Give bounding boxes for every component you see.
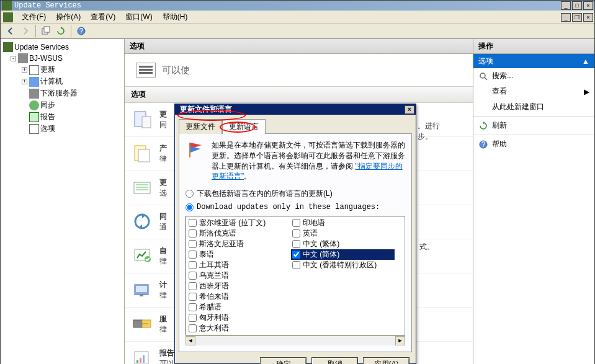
language-item[interactable]: 泰语	[187, 249, 291, 260]
language-checkbox[interactable]	[189, 229, 197, 237]
cancel-button[interactable]: 取消	[311, 357, 358, 364]
option-desc: 同	[159, 120, 167, 129]
action-view[interactable]: 查看 ▶	[473, 84, 594, 99]
scroll-right-button[interactable]: ►	[395, 336, 405, 345]
scroll-left-button[interactable]: ◄	[186, 336, 195, 345]
tab-update-languages[interactable]: 更新语言	[222, 119, 266, 134]
svg-text:?: ?	[79, 27, 84, 35]
back-button[interactable]	[3, 24, 18, 38]
option-desc: 通	[159, 223, 167, 231]
language-item[interactable]: 希伯来语	[187, 291, 291, 302]
forward-button[interactable]	[18, 24, 33, 38]
language-checkbox[interactable]	[292, 240, 300, 248]
menu-help[interactable]: 帮助(H)	[158, 11, 193, 24]
language-item[interactable]: 西班牙语	[187, 281, 291, 291]
language-checkbox[interactable]	[292, 261, 300, 269]
tool-button-1[interactable]	[38, 24, 53, 38]
language-checkbox[interactable]	[292, 219, 300, 227]
radio-selected-languages[interactable]: Download updates only in these languages…	[186, 203, 405, 211]
radio-all-languages[interactable]: 下载包括新语言在内的所有语言的更新(L)	[186, 189, 405, 199]
svg-rect-7	[138, 149, 150, 162]
language-item[interactable]: 乌克兰语	[187, 270, 291, 281]
options-icon	[136, 63, 156, 78]
language-label: 意大利语	[199, 323, 229, 334]
chevron-right-icon: ▶	[584, 87, 589, 96]
language-item[interactable]: 意大利语	[187, 323, 291, 334]
svg-rect-25	[189, 143, 190, 158]
tree-report[interactable]: 报告	[3, 111, 122, 123]
sub-header: 选项	[125, 86, 473, 103]
language-item[interactable]: 塞尔维亚语 (拉丁文)	[187, 218, 291, 228]
menu-window[interactable]: 窗口(W)	[120, 11, 157, 24]
language-item[interactable]: 斯洛文尼亚语	[187, 239, 291, 249]
help-button[interactable]: ?	[74, 24, 89, 38]
tab-update-files[interactable]: 更新文件	[179, 119, 222, 134]
menu-action[interactable]: 操作(A)	[51, 11, 86, 24]
language-checkbox[interactable]	[189, 303, 197, 311]
language-checkbox[interactable]	[189, 251, 197, 259]
option-icon	[132, 143, 152, 163]
language-item[interactable]: 中文 (香港特别行政区)	[291, 260, 395, 270]
language-checkbox[interactable]	[189, 272, 197, 280]
language-checkbox[interactable]	[189, 282, 197, 290]
child-minimize-button[interactable]: _	[561, 13, 571, 22]
child-restore-button[interactable]: ❐	[572, 13, 582, 22]
horizontal-scrollbar[interactable]: ◄ ►	[186, 335, 405, 345]
language-checkbox[interactable]	[189, 314, 197, 322]
language-checkbox[interactable]	[189, 219, 197, 227]
tree-options[interactable]: 选项	[3, 123, 122, 135]
option-desc: 律	[159, 325, 167, 334]
radio-all-input[interactable]	[186, 190, 194, 198]
app-icon	[2, 1, 12, 11]
actions-group-header[interactable]: 选项 ▲	[473, 54, 594, 68]
maximize-button[interactable]: □	[572, 1, 582, 10]
language-item[interactable]: 斯洛伐克语	[187, 228, 291, 239]
close-button[interactable]: ×	[583, 1, 593, 10]
tree-sync[interactable]: 同步	[3, 99, 122, 111]
dialog-info-text: 如果是在本地存储更新文件，可按语言筛选下载到服务器的更新。选择单个语言将会影响可…	[212, 140, 405, 182]
dialog-close-button[interactable]: ×	[405, 105, 414, 114]
option-title: 计	[159, 280, 167, 290]
language-item[interactable]: 英语	[291, 228, 395, 239]
child-close-button[interactable]: ×	[583, 13, 593, 22]
expand-icon[interactable]: +	[22, 79, 27, 84]
language-item[interactable]: 匈牙利语	[187, 313, 291, 323]
language-checkbox[interactable]	[292, 229, 300, 237]
expand-icon[interactable]: +	[22, 67, 27, 73]
language-listbox[interactable]: 塞尔维亚语 (拉丁文)斯洛伐克语斯洛文尼亚语泰语土耳其语乌克兰语西班牙语希伯来语…	[186, 216, 405, 335]
language-checkbox[interactable]	[189, 240, 197, 248]
option-icon	[132, 246, 152, 265]
language-item[interactable]: 印地语	[291, 218, 395, 228]
language-item[interactable]: 土耳其语	[187, 260, 291, 270]
tree-downstream[interactable]: 下游服务器	[3, 87, 122, 99]
language-label: 印地语	[303, 218, 325, 228]
action-search[interactable]: 搜索...	[473, 68, 594, 84]
actions-panel: 操作 选项 ▲ 搜索... 查看 ▶ 从此处新建窗口	[473, 39, 594, 364]
radio-selected-input[interactable]	[186, 203, 194, 211]
ok-button[interactable]: 确定	[260, 357, 306, 364]
minimize-button[interactable]: _	[561, 1, 571, 10]
dialog-title: 更新文件和语言	[176, 104, 232, 115]
menu-view[interactable]: 查看(V)	[86, 11, 120, 24]
language-item[interactable]: 中文 (简体)	[291, 249, 395, 260]
language-checkbox[interactable]	[189, 293, 197, 301]
menu-file[interactable]: 文件(F)	[17, 11, 51, 24]
action-newwindow[interactable]: 从此处新建窗口	[473, 99, 594, 115]
svg-rect-8	[134, 182, 150, 193]
language-label: 英语	[303, 228, 318, 239]
collapse-icon[interactable]: -	[11, 56, 16, 61]
language-item[interactable]: 希腊语	[187, 302, 291, 313]
action-refresh[interactable]: 刷新	[473, 118, 594, 133]
language-checkbox[interactable]	[189, 261, 197, 269]
language-checkbox[interactable]	[292, 251, 300, 259]
action-help[interactable]: ? 帮助	[473, 136, 594, 152]
tree-computers[interactable]: + 计算机	[3, 76, 122, 87]
tree-server[interactable]: - BJ-WSUS	[3, 53, 122, 64]
tree-root[interactable]: Update Services	[3, 42, 122, 53]
refresh-button[interactable]	[53, 24, 68, 38]
language-item[interactable]: 中文 (繁体)	[291, 239, 395, 249]
language-checkbox[interactable]	[189, 324, 197, 332]
tree-updates[interactable]: + 更新	[3, 64, 122, 76]
svg-rect-1	[44, 27, 50, 32]
apply-button[interactable]: 应用(A)	[363, 357, 409, 364]
